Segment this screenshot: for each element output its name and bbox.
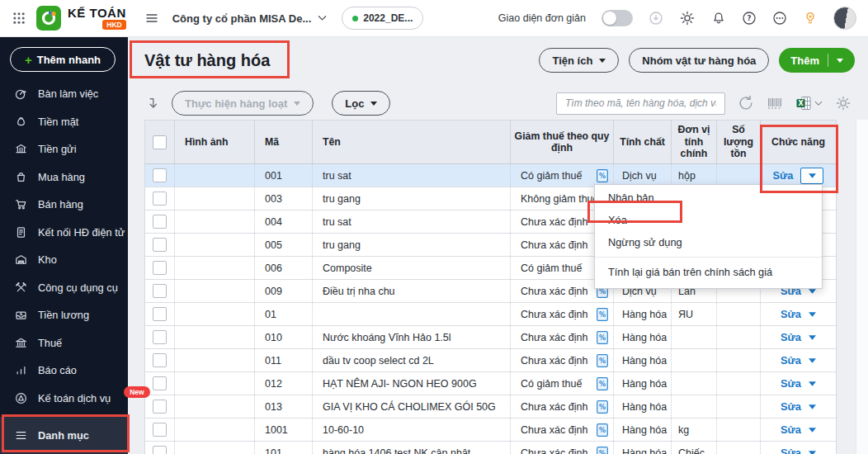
row-checkbox[interactable] — [153, 353, 167, 367]
bulk-action-button[interactable]: Thực hiện hàng loạt — [172, 91, 314, 116]
sidebar-item-tax[interactable]: Thuế — [0, 329, 128, 357]
quick-add-button[interactable]: + Thêm nhanh — [10, 47, 116, 72]
row-checkbox[interactable] — [153, 307, 167, 321]
edit-dropdown-button[interactable] — [809, 381, 816, 386]
svg-text:%: % — [599, 450, 606, 454]
nature-cell: Hàng hóa — [613, 395, 671, 418]
sidebar-item-service[interactable]: Kế toán dịch vụNew — [0, 385, 128, 413]
table-row[interactable]: 012HẠT NÊM AJI- NGON HEO 900GCó giảm thu… — [145, 372, 836, 395]
edit-dropdown-button[interactable] — [809, 451, 816, 454]
sidebar-item-purchase[interactable]: Mua hàng — [0, 163, 128, 192]
sidebar-item-label: Công cụ dụng cụ — [38, 281, 118, 294]
sidebar-item-deposit[interactable]: Tiền gửi — [0, 135, 128, 163]
edit-link[interactable]: Sửa — [781, 447, 801, 454]
svg-text:%: % — [599, 427, 606, 434]
sidebar-item-warehouse[interactable]: Kho — [0, 246, 128, 274]
bulb-icon[interactable] — [803, 11, 818, 26]
sidebar-toggle-icon[interactable] — [144, 11, 159, 26]
edit-dropdown-button[interactable] — [809, 312, 816, 317]
gear-icon[interactable] — [679, 10, 696, 26]
avatar[interactable] — [833, 7, 856, 30]
bulk-action-label: Thực hiện hàng loạt — [185, 97, 287, 110]
bell-icon[interactable] — [711, 11, 726, 26]
edit-link[interactable]: Sửa — [781, 400, 801, 413]
refresh-icon[interactable] — [738, 95, 754, 111]
name-cell: 10-60-10 — [312, 419, 510, 441]
edit-link[interactable]: Sửa — [781, 331, 801, 343]
edit-dropdown-button[interactable] — [809, 428, 816, 433]
row-checkbox[interactable] — [153, 446, 167, 454]
sidebar-item-danh-muc[interactable]: Danh mục — [0, 417, 128, 454]
edit-dropdown-button[interactable] — [809, 404, 816, 409]
tax-reduction-icon: % — [597, 354, 608, 367]
code-cell: 01 — [254, 303, 312, 325]
sidebar-item-salary[interactable]: $Tiền lương — [0, 301, 128, 329]
sidebar-item-report[interactable]: Báo cáo — [0, 357, 128, 385]
group-button[interactable]: Nhóm vật tư hàng hóa — [629, 48, 769, 73]
row-checkbox[interactable] — [153, 423, 167, 437]
edit-dropdown-button[interactable] — [809, 358, 816, 363]
apps-grid-icon[interactable] — [12, 11, 26, 26]
select-all-checkbox[interactable] — [153, 135, 167, 149]
edit-link[interactable]: Sửa — [781, 377, 801, 390]
table-row[interactable]: 010Nước khoáng Vĩnh Hảo 1.5lChưa xác địn… — [145, 326, 836, 349]
sidebar-item-sales[interactable]: Bán hàng — [0, 191, 128, 219]
edit-dropdown-button[interactable] — [809, 289, 816, 294]
table-row[interactable]: 101hàng hóa 1406 test NK cập nhậtChưa xá… — [145, 442, 836, 454]
edit-link[interactable]: Sửa — [773, 169, 794, 182]
row-checkbox[interactable] — [153, 284, 167, 298]
table-settings-gear-icon[interactable] — [835, 95, 851, 111]
edit-dropdown-button[interactable] — [800, 168, 823, 184]
edit-link[interactable]: Sửa — [781, 423, 801, 436]
column-header: Chức năng — [760, 121, 836, 163]
row-checkbox[interactable] — [153, 168, 167, 182]
sidebar-item-tools[interactable]: Công cụ dụng cụ — [0, 274, 128, 302]
add-button[interactable]: Thêm — [779, 48, 855, 73]
row-checkbox[interactable] — [153, 330, 167, 344]
workspace-pill[interactable]: 2022_DE... — [342, 7, 423, 30]
download-circle-icon[interactable] — [649, 11, 663, 26]
sort-download-icon[interactable] — [144, 96, 160, 111]
row-checkbox[interactable] — [153, 215, 167, 229]
row-select-cell — [145, 419, 174, 441]
table-row[interactable]: 011dầu tv coop select cd 2LChưa xác định… — [145, 349, 836, 372]
utilities-button[interactable]: Tiện ích — [539, 48, 619, 73]
sidebar-item-einvoice[interactable]: Kết nối HĐ điện tử — [0, 219, 128, 247]
context-menu-item[interactable]: Tính lại giá bán trên chính sách giá — [595, 257, 822, 286]
context-menu-item[interactable]: Ngừng sử dụng — [595, 231, 822, 253]
row-checkbox[interactable] — [153, 376, 167, 390]
edit-link[interactable]: Sửa — [781, 308, 801, 320]
tax-cell: Chưa xác định% — [510, 419, 613, 441]
row-checkbox[interactable] — [153, 192, 167, 206]
company-selector[interactable]: Công ty cổ phần MISA De... — [172, 12, 328, 25]
sidebar-item-cash[interactable]: Tiền mặt — [0, 108, 128, 136]
row-checkbox[interactable] — [153, 400, 167, 414]
more-icon[interactable] — [772, 11, 787, 26]
nature-cell: Hàng hóa — [613, 349, 671, 371]
unit-cell: kg — [671, 419, 716, 441]
context-menu-item[interactable]: Xóa — [595, 209, 822, 231]
tax-reduction-icon: % — [597, 447, 608, 454]
excel-icon: X — [795, 95, 812, 111]
context-menu-item[interactable]: Nhân bản — [595, 187, 822, 209]
edit-dropdown-button[interactable] — [809, 335, 816, 340]
table-row[interactable]: 013GIA VỊ KHO CÁ CHOLIMEX GÓI 50GChưa xá… — [145, 395, 836, 419]
edit-link[interactable]: Sửa — [781, 354, 801, 367]
filter-button[interactable]: Lọc — [332, 91, 390, 116]
table-row[interactable]: 01Chưa xác định%Hàng hóaЯUSửa — [145, 303, 836, 326]
svg-text:%: % — [599, 173, 606, 180]
search-input[interactable] — [556, 92, 725, 115]
header-actions: Tiện ích Nhóm vật tư hàng hóa Thêm — [539, 48, 855, 73]
row-checkbox[interactable] — [153, 238, 167, 252]
barcode-icon[interactable] — [767, 95, 783, 111]
row-select-cell — [145, 326, 174, 348]
export-excel-button[interactable]: X — [795, 95, 823, 111]
table-row[interactable]: 100110-60-10Chưa xác định%Hàng hóakgSửa — [145, 419, 836, 442]
sidebar-item-dashboard[interactable]: Bàn làm việc — [0, 80, 128, 108]
help-icon[interactable]: ? — [742, 11, 757, 26]
scrollbar-track[interactable] — [856, 120, 868, 454]
unit-cell — [671, 326, 716, 348]
simple-ui-toggle[interactable] — [601, 10, 633, 26]
caret-down-icon[interactable] — [837, 59, 843, 63]
row-checkbox[interactable] — [153, 261, 167, 275]
